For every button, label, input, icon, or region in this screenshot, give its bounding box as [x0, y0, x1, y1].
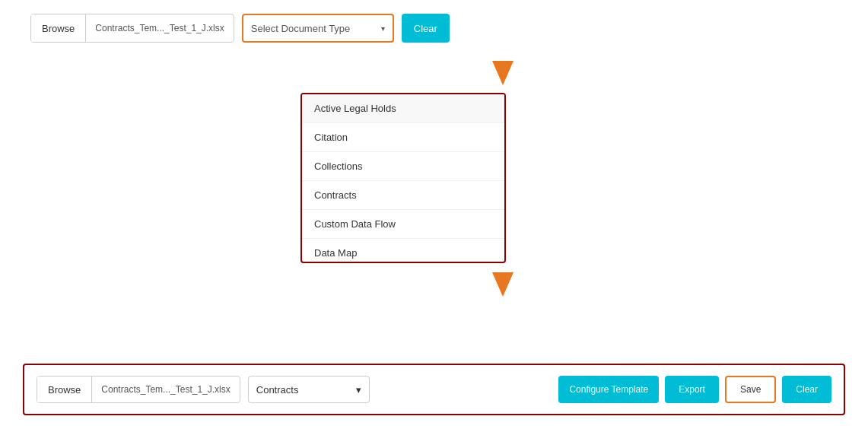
bottom-bar: Browse Contracts_Tem..._Test_1_J.xlsx Co…: [23, 364, 845, 415]
top-bar: Browse Contracts_Tem..._Test_1_J.xlsx Se…: [0, 0, 868, 56]
chevron-down-icon-bottom: ▾: [356, 384, 361, 396]
clear-button-bottom[interactable]: Clear: [782, 376, 831, 403]
dropdown-item-collections[interactable]: Collections: [302, 152, 504, 181]
save-button[interactable]: Save: [725, 376, 776, 403]
dropdown-item-citation[interactable]: Citation: [302, 123, 504, 152]
document-type-dropdown-bottom[interactable]: Contracts ▾: [248, 376, 370, 403]
dropdown-list-box: Active Legal Holds Citation Collections …: [300, 93, 506, 263]
file-name-bottom: Contracts_Tem..._Test_1_J.xlsx: [92, 384, 239, 395]
dropdown-item-contracts[interactable]: Contracts: [302, 181, 504, 210]
arrow-down-indicator-bottom: [68, 268, 868, 304]
arrow-down-svg-top: [486, 61, 520, 88]
configure-template-button[interactable]: Configure Template: [558, 376, 659, 403]
svg-marker-0: [492, 61, 513, 85]
browse-button-bottom[interactable]: Browse: [37, 377, 92, 402]
dropdown-item-custom-data-flow[interactable]: Custom Data Flow: [302, 210, 504, 239]
dropdown-item-data-map[interactable]: Data Map: [302, 239, 504, 262]
file-name-top: Contracts_Tem..._Test_1_J.xlsx: [86, 23, 233, 33]
clear-button-top[interactable]: Clear: [402, 14, 450, 43]
document-type-dropdown-top[interactable]: Select Document Type ▾: [242, 14, 394, 43]
selected-doc-type-label: Contracts: [256, 384, 299, 396]
dropdown-placeholder: Select Document Type: [251, 23, 351, 34]
svg-marker-1: [492, 272, 513, 297]
bottom-actions: Configure Template Export Save Clear: [558, 376, 831, 403]
arrow-down-indicator-top: [68, 56, 868, 93]
browse-button-top[interactable]: Browse: [31, 14, 86, 42]
export-button[interactable]: Export: [665, 376, 719, 403]
dropdown-item-active-legal-holds[interactable]: Active Legal Holds: [302, 94, 504, 123]
browse-group-top: Browse Contracts_Tem..._Test_1_J.xlsx: [30, 14, 234, 43]
arrow-down-svg-bottom: [486, 272, 520, 300]
chevron-down-icon: ▾: [381, 24, 385, 33]
browse-group-bottom: Browse Contracts_Tem..._Test_1_J.xlsx: [37, 376, 240, 403]
dropdown-container: Active Legal Holds Citation Collections …: [300, 93, 506, 263]
dropdown-options-list: Active Legal Holds Citation Collections …: [302, 94, 504, 262]
